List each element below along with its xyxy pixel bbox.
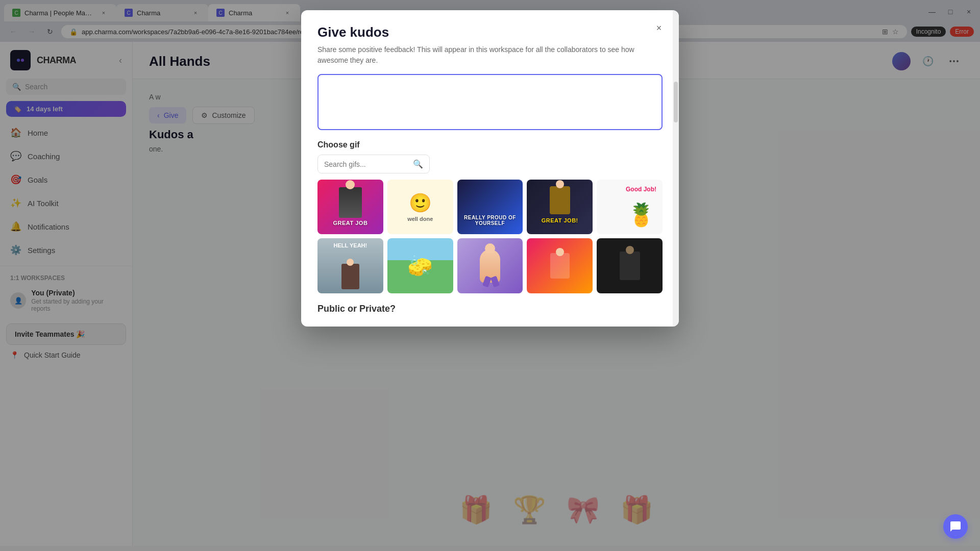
search-icon-gif: 🔍 xyxy=(413,159,423,169)
modal-close-button[interactable]: × xyxy=(651,20,667,36)
gif-item-2[interactable]: 🙂 well done xyxy=(387,180,453,234)
modal: Give kudos Share some positive feedback!… xyxy=(301,10,679,327)
chat-bubble[interactable] xyxy=(943,514,968,539)
modal-body: Choose gif 🔍 GREAT JOB xyxy=(301,74,679,327)
modal-description: Share some positive feedback! This will … xyxy=(317,44,663,66)
good-job-label: Good Job! xyxy=(626,186,656,193)
gif-item-5[interactable]: Good Job! 🍍 xyxy=(597,180,663,234)
gif-label-1: GREAT JOB xyxy=(333,220,368,226)
gif-item-6[interactable]: HELL YEAH! xyxy=(317,238,383,293)
gif-item-4[interactable]: GREAT JOB! xyxy=(527,180,593,234)
gif-label-4: GREAT JOB! xyxy=(542,217,578,223)
gif-search-box[interactable]: 🔍 xyxy=(317,155,430,173)
gif-item-7[interactable]: 🧽 xyxy=(387,238,453,293)
gif-item-10[interactable] xyxy=(597,238,663,293)
gif-label-6: HELL YEAH! xyxy=(334,242,368,248)
public-private-section: Public or Private? xyxy=(317,304,663,314)
modal-overlay: Give kudos Share some positive feedback!… xyxy=(0,0,980,551)
gif-search-input[interactable] xyxy=(324,160,409,168)
modal-title: Give kudos xyxy=(317,24,663,40)
gif-grid: GREAT JOB 🙂 well done REALLY PROUD OF YO… xyxy=(317,180,663,293)
modal-scrollbar-thumb xyxy=(674,82,678,122)
modal-scrollbar-track xyxy=(673,10,679,327)
kudos-message-input[interactable] xyxy=(317,74,663,130)
gif-section-title: Choose gif xyxy=(317,140,663,149)
gif-label-2: well done xyxy=(407,216,433,222)
gif-item-1[interactable]: GREAT JOB xyxy=(317,180,383,234)
gif-label-3: REALLY PROUD OF YOURSELF xyxy=(457,215,523,226)
gif-item-3[interactable]: REALLY PROUD OF YOURSELF xyxy=(457,180,523,234)
gif-item-9[interactable] xyxy=(527,238,593,293)
modal-header: Give kudos Share some positive feedback!… xyxy=(301,10,679,74)
gif-item-8[interactable] xyxy=(457,238,523,293)
